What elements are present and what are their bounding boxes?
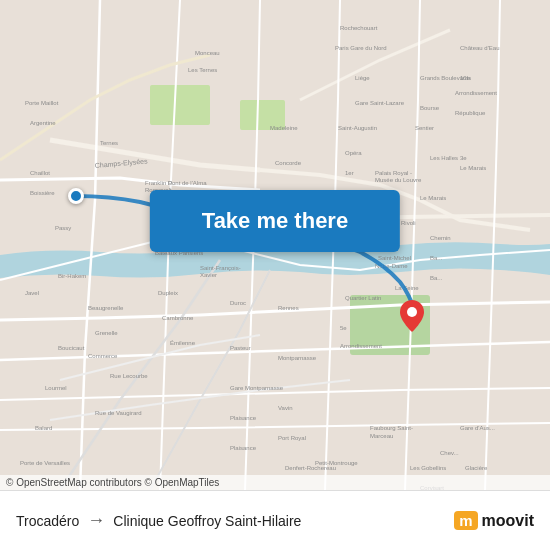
svg-text:Xavier: Xavier xyxy=(200,272,217,278)
svg-text:Gare d'Aus...: Gare d'Aus... xyxy=(460,425,495,431)
svg-text:3e: 3e xyxy=(460,155,467,161)
svg-text:Rennes: Rennes xyxy=(278,305,299,311)
svg-text:Ternes: Ternes xyxy=(100,140,118,146)
svg-text:Bir-Hakem: Bir-Hakem xyxy=(58,273,86,279)
svg-text:Sentier: Sentier xyxy=(415,125,434,131)
svg-text:Saint-Augustin: Saint-Augustin xyxy=(338,125,377,131)
svg-text:Palais Royal -: Palais Royal - xyxy=(375,170,412,176)
svg-text:Rochechouart: Rochechouart xyxy=(340,25,378,31)
destination-marker xyxy=(400,300,424,332)
svg-text:Lourmel: Lourmel xyxy=(45,385,67,391)
svg-text:Liège: Liège xyxy=(355,75,370,81)
svg-text:Le Marais: Le Marais xyxy=(460,165,486,171)
svg-text:Plaisance: Plaisance xyxy=(230,415,257,421)
svg-text:Commerce: Commerce xyxy=(88,353,118,359)
svg-text:Quartier Latin: Quartier Latin xyxy=(345,295,381,301)
svg-rect-2 xyxy=(150,85,210,125)
svg-text:Dupleix: Dupleix xyxy=(158,290,178,296)
footer: Trocadéro → Clinique Geoffroy Saint-Hila… xyxy=(0,490,550,550)
svg-text:Les Halles: Les Halles xyxy=(430,155,458,161)
svg-text:Émilenne: Émilenne xyxy=(170,340,196,346)
svg-text:Beaugrenelle: Beaugrenelle xyxy=(88,305,124,311)
svg-text:Rue de Vaugirard: Rue de Vaugirard xyxy=(95,410,142,416)
moovit-m-icon: m xyxy=(454,511,477,530)
svg-text:Arrondissement: Arrondissement xyxy=(340,343,382,349)
take-me-there-button[interactable]: Take me there xyxy=(150,190,400,252)
svg-text:Ba...: Ba... xyxy=(430,255,443,261)
svg-text:Les Gobellins: Les Gobellins xyxy=(410,465,446,471)
svg-text:Rue Lecourbe: Rue Lecourbe xyxy=(110,373,148,379)
svg-text:Opéra: Opéra xyxy=(345,150,362,156)
svg-text:Madeleine: Madeleine xyxy=(270,125,298,131)
map-attribution: © OpenStreetMap contributors © OpenMapTi… xyxy=(0,475,550,490)
svg-point-89 xyxy=(407,307,417,317)
svg-text:Chaillot: Chaillot xyxy=(30,170,50,176)
svg-text:Porte Maillot: Porte Maillot xyxy=(25,100,59,106)
svg-text:Argentine: Argentine xyxy=(30,120,56,126)
svg-text:Plaisance: Plaisance xyxy=(230,445,257,451)
svg-text:Pasteur: Pasteur xyxy=(230,345,251,351)
svg-text:Duroc: Duroc xyxy=(230,300,246,306)
svg-text:Arrondissement: Arrondissement xyxy=(455,90,497,96)
svg-text:Grenelle: Grenelle xyxy=(95,330,118,336)
moovit-logo: m moovit xyxy=(454,511,534,530)
svg-text:Bourse: Bourse xyxy=(420,105,440,111)
svg-text:Porte de Versailles: Porte de Versailles xyxy=(20,460,70,466)
svg-text:Saint-Michel: Saint-Michel xyxy=(378,255,411,261)
origin-marker xyxy=(68,188,84,204)
svg-text:Glacière: Glacière xyxy=(465,465,488,471)
svg-text:Montparnasse: Montparnasse xyxy=(278,355,317,361)
svg-text:Ba...: Ba... xyxy=(430,275,443,281)
svg-text:10e: 10e xyxy=(460,75,471,81)
moovit-app-name: moovit xyxy=(482,512,534,530)
svg-text:Musée du Louvre: Musée du Louvre xyxy=(375,177,422,183)
svg-text:Petit-Montrouge: Petit-Montrouge xyxy=(315,460,358,466)
route-to: Clinique Geoffroy Saint-Hilaire xyxy=(113,513,301,529)
svg-text:Balard: Balard xyxy=(35,425,52,431)
svg-text:Chev...: Chev... xyxy=(440,450,459,456)
svg-text:Gare Montparnasse: Gare Montparnasse xyxy=(230,385,284,391)
svg-text:Pont de l'Alma: Pont de l'Alma xyxy=(168,180,207,186)
svg-text:Le Marais: Le Marais xyxy=(420,195,446,201)
svg-text:Château d'Eau: Château d'Eau xyxy=(460,45,500,51)
svg-text:Paris Gare du Nord: Paris Gare du Nord xyxy=(335,45,387,51)
route-from: Trocadéro xyxy=(16,513,79,529)
svg-text:Les Ternes: Les Ternes xyxy=(188,67,217,73)
svg-text:Marceau: Marceau xyxy=(370,433,393,439)
svg-text:1er: 1er xyxy=(345,170,354,176)
svg-text:Vavin: Vavin xyxy=(278,405,293,411)
svg-text:Boucicaut: Boucicaut xyxy=(58,345,85,351)
svg-text:Port Royal: Port Royal xyxy=(278,435,306,441)
svg-text:Saint-François-: Saint-François- xyxy=(200,265,241,271)
svg-text:Cambronne: Cambronne xyxy=(162,315,194,321)
svg-text:Faubourg Saint-: Faubourg Saint- xyxy=(370,425,413,431)
svg-text:Passy: Passy xyxy=(55,225,71,231)
svg-text:Chemin: Chemin xyxy=(430,235,451,241)
svg-text:République: République xyxy=(455,110,486,116)
map-container: Champs-Elysées Chaillot Argentine Porte … xyxy=(0,0,550,490)
svg-text:Monceau: Monceau xyxy=(195,50,220,56)
svg-text:Javel: Javel xyxy=(25,290,39,296)
svg-text:5e: 5e xyxy=(340,325,347,331)
svg-text:Concorde: Concorde xyxy=(275,160,302,166)
svg-text:Boissière: Boissière xyxy=(30,190,55,196)
route-arrow: → xyxy=(87,510,105,531)
svg-text:Gare Saint-Lazare: Gare Saint-Lazare xyxy=(355,100,405,106)
